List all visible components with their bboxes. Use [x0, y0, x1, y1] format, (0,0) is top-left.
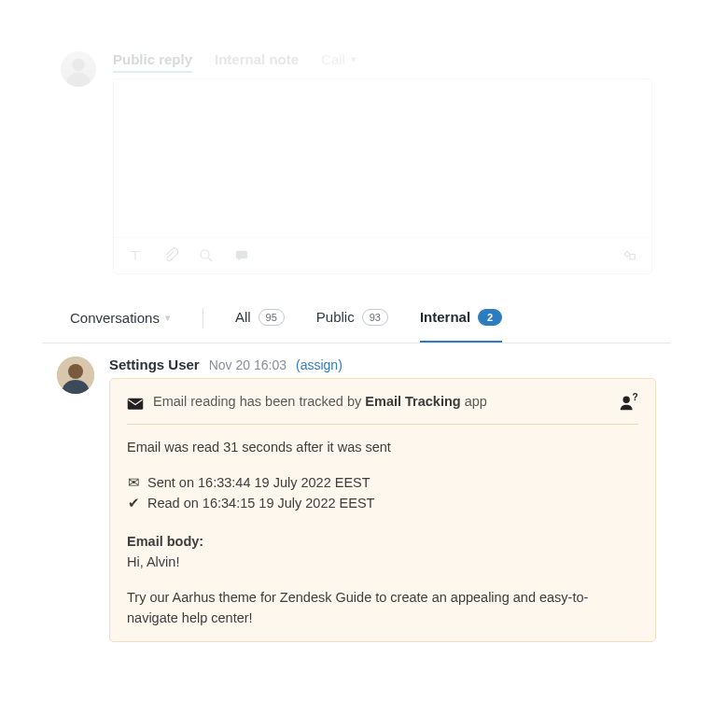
email-body-label: Email body: — [127, 532, 638, 553]
tracking-text: Email reading has been tracked by Email … — [153, 392, 608, 413]
help-person-icon[interactable]: ? — [618, 392, 638, 413]
message-thread: Settings User Nov 20 16:03 (assign) Emai… — [42, 357, 671, 642]
email-body-greeting: Hi, Alvin! — [127, 553, 638, 573]
chevron-down-icon: ▾ — [351, 53, 356, 65]
compose-box[interactable] — [113, 78, 652, 274]
read-delay-text: Email was read 31 seconds after it was s… — [127, 438, 638, 458]
svg-point-0 — [72, 59, 84, 71]
svg-text:?: ? — [633, 392, 638, 402]
count-badge: 2 — [478, 309, 502, 326]
compose-toolbar — [114, 237, 651, 273]
count-badge: 95 — [259, 309, 285, 326]
user-name: Settings User — [109, 357, 200, 372]
message-timestamp: Nov 20 16:03 — [209, 357, 287, 372]
svg-point-2 — [201, 250, 209, 259]
read-line: ✔ Read on 16:34:15 19 July 2022 EEST — [127, 494, 638, 514]
email-body-text: Try our Aarhus theme for Zendesk Guide t… — [127, 588, 638, 629]
comment-icon[interactable] — [233, 247, 250, 264]
search-icon[interactable] — [198, 247, 215, 264]
conversation-filters: Conversations ▾ All 95 Public 93 Interna… — [42, 293, 671, 343]
assign-link[interactable]: (assign) — [296, 357, 343, 372]
tab-internal-note[interactable]: Internal note — [215, 51, 299, 73]
svg-point-5 — [68, 364, 83, 379]
svg-rect-3 — [236, 251, 247, 259]
svg-rect-7 — [128, 398, 144, 409]
svg-point-8 — [623, 397, 630, 403]
check-icon: ✔ — [127, 494, 140, 514]
tab-public-reply[interactable]: Public reply — [113, 51, 192, 73]
conversations-dropdown[interactable]: Conversations ▾ — [70, 310, 171, 326]
svg-point-1 — [67, 73, 91, 87]
chevron-down-icon: ▾ — [165, 312, 171, 324]
compose-textarea[interactable] — [114, 79, 651, 237]
internal-note: Email reading has been tracked by Email … — [109, 378, 656, 642]
message-avatar — [57, 357, 94, 394]
sent-line: ✉ Sent on 16:33:44 19 July 2022 EEST — [127, 473, 638, 494]
filter-tab-public[interactable]: Public 93 — [316, 294, 388, 343]
tab-call[interactable]: Call ▾ — [321, 51, 356, 73]
text-format-icon[interactable] — [127, 247, 144, 264]
count-badge: 93 — [362, 309, 388, 326]
envelope-icon: ✉ — [127, 473, 140, 494]
composer-avatar — [61, 51, 96, 87]
compose-tabs: Public reply Internal note Call ▾ — [113, 51, 652, 73]
message-header: Settings User Nov 20 16:03 (assign) — [109, 357, 656, 372]
apps-icon[interactable] — [622, 247, 638, 264]
attachment-icon[interactable] — [162, 247, 179, 264]
mail-icon — [127, 396, 144, 409]
filter-tab-all[interactable]: All 95 — [235, 294, 285, 343]
divider — [203, 308, 203, 329]
filter-tab-internal[interactable]: Internal 2 — [420, 294, 502, 343]
compose-area: Public reply Internal note Call ▾ — [42, 42, 671, 293]
